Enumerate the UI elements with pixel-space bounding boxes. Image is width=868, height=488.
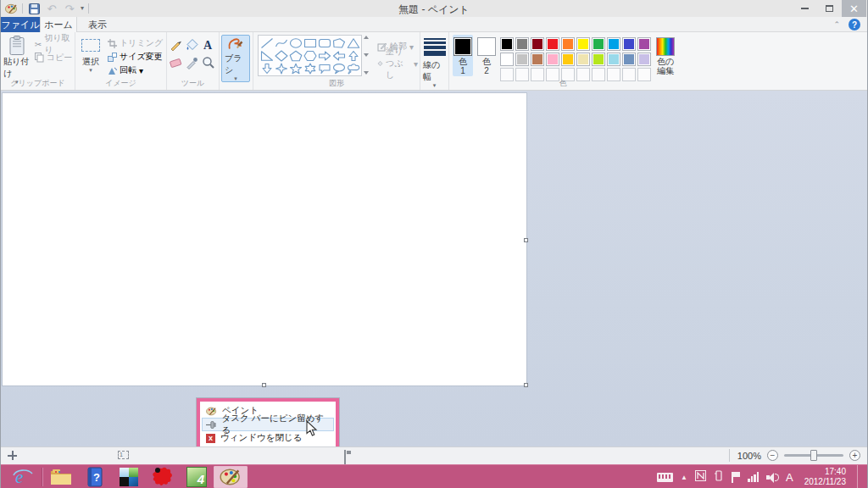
drawing-canvas[interactable] [3,93,526,385]
shape-rectangle-icon[interactable] [303,36,317,49]
rotate-button[interactable]: 回転 ▾ [106,64,164,77]
magnifier-icon[interactable] [201,55,217,73]
palette-color-swatch[interactable] [500,37,514,51]
taskbar-clock[interactable]: 17:40 2012/11/23 [804,467,846,487]
shape-ellipse-icon[interactable] [288,36,303,49]
fill-icon[interactable] [185,37,201,55]
palette-color-swatch[interactable] [546,53,559,66]
help-icon[interactable]: ? [849,19,860,30]
shape-triangle-icon[interactable] [346,36,360,49]
taskbar-internet-explorer[interactable]: e [6,466,40,488]
zoom-slider[interactable] [784,454,843,457]
color1-button[interactable]: 色1 [453,35,473,76]
taskbar-help[interactable]: ? [78,466,112,488]
palette-color-swatch[interactable] [515,53,529,66]
show-hidden-icons-icon[interactable]: ▲ [681,474,687,481]
shape-five-point-star-icon[interactable] [288,62,303,75]
tab-file[interactable]: ファイル [1,17,40,32]
palette-color-swatch[interactable] [576,53,590,66]
select-button[interactable]: 選択 ▾ [75,35,106,77]
shape-six-point-star-icon[interactable] [303,62,317,75]
shape-polygon-icon[interactable] [331,36,346,49]
palette-color-swatch[interactable] [531,37,544,51]
shape-rounded-callout-icon[interactable] [317,62,331,75]
shapes-more-icon[interactable] [364,71,369,75]
shapes-scroll-down-icon[interactable] [364,53,369,57]
crop-button[interactable]: トリミング [106,36,164,50]
palette-color-swatch[interactable] [622,53,636,66]
shape-cloud-callout-icon[interactable] [346,62,360,75]
shape-rounded-rectangle-icon[interactable] [317,36,331,49]
shape-four-point-star-icon[interactable] [274,62,288,75]
palette-color-swatch[interactable] [546,37,559,51]
palette-color-swatch[interactable] [561,53,575,66]
taskbar-paint-active[interactable] [214,466,248,488]
taskbar-separator [42,468,42,486]
tab-view[interactable]: 表示 [81,17,114,32]
shape-pentagon-icon[interactable] [288,49,303,62]
pen-input-icon[interactable] [714,469,724,485]
picker-icon[interactable] [185,55,201,73]
zoom-out-button[interactable]: − [767,450,778,461]
palette-color-swatch[interactable] [531,53,544,66]
shape-curve-icon[interactable] [274,36,288,49]
zoom-in-button[interactable]: + [849,450,860,461]
palette-color-swatch[interactable] [592,53,605,66]
palette-color-swatch[interactable] [561,37,575,51]
canvas-resize-handle-corner[interactable] [524,383,528,387]
shape-right-triangle-icon[interactable] [259,49,274,62]
close-button[interactable]: ✕ [842,0,866,17]
ime-icon[interactable] [695,469,706,485]
copy-button[interactable]: コピー [33,51,75,64]
tab-home[interactable]: ホーム [40,17,77,32]
restore-button[interactable] [817,0,842,17]
shape-diamond-icon[interactable] [274,49,288,62]
action-center-flag-icon[interactable] [732,472,740,483]
shape-oval-callout-icon[interactable] [331,62,346,75]
palette-color-swatch[interactable] [607,53,620,66]
svg-text:A: A [203,39,213,52]
show-desktop-button[interactable] [857,465,862,488]
canvas-resize-handle-bottom[interactable] [262,383,266,387]
volume-icon[interactable] [766,472,778,482]
ime-mode-indicator[interactable]: A [786,471,793,484]
text-icon[interactable]: A [201,37,217,55]
palette-color-swatch[interactable] [607,37,620,51]
shape-right-arrow-icon[interactable] [317,49,331,62]
pencil-icon[interactable] [169,37,185,55]
line-width-button[interactable]: 線の幅 ▾ [420,35,448,87]
shape-fill-button[interactable]: 塗りつぶし▾ [376,57,420,70]
resize-button[interactable]: サイズ変更 [106,50,164,64]
palette-color-swatch[interactable] [576,37,590,51]
context-menu-item-pin[interactable]: タスク バーにピン留めする [202,418,334,431]
network-icon[interactable] [748,472,759,482]
cut-button[interactable]: ✂ 切り取り [33,37,75,51]
taskbar-green-4-app[interactable]: 4 [180,466,214,488]
group-image: 選択 ▾ トリミング サイズ変更 回転 ▾ [75,32,167,90]
shape-left-arrow-icon[interactable] [331,49,346,62]
shape-down-arrow-icon[interactable] [259,62,274,75]
shape-line-icon[interactable] [259,36,274,49]
taskbar-red-splat-app[interactable] [146,466,180,488]
edit-colors-button[interactable]: 色の編集 [654,35,676,76]
shapes-scroll-up-icon[interactable] [364,36,369,39]
palette-color-swatch[interactable] [515,37,529,51]
collapse-ribbon-icon[interactable]: ⌃ [833,20,840,29]
shape-up-arrow-icon[interactable] [346,49,360,62]
zoom-slider-thumb[interactable] [810,450,817,461]
shape-hexagon-icon[interactable] [303,49,317,62]
brush-button[interactable]: ブラシ ▾ [221,35,250,82]
cut-icon: ✂ [35,40,42,49]
minimize-button[interactable] [793,0,817,17]
palette-color-swatch[interactable] [622,37,636,51]
palette-color-swatch[interactable] [637,53,651,66]
taskbar-file-explorer[interactable] [44,466,78,488]
touch-keyboard-icon[interactable] [657,473,673,482]
color2-button[interactable]: 色2 [476,35,497,76]
eraser-icon[interactable] [169,55,185,73]
taskbar-tiles-app[interactable] [112,466,146,488]
canvas-resize-handle-right[interactable] [524,238,528,242]
palette-color-swatch[interactable] [500,53,514,66]
palette-color-swatch[interactable] [637,37,651,51]
palette-color-swatch[interactable] [592,37,605,51]
